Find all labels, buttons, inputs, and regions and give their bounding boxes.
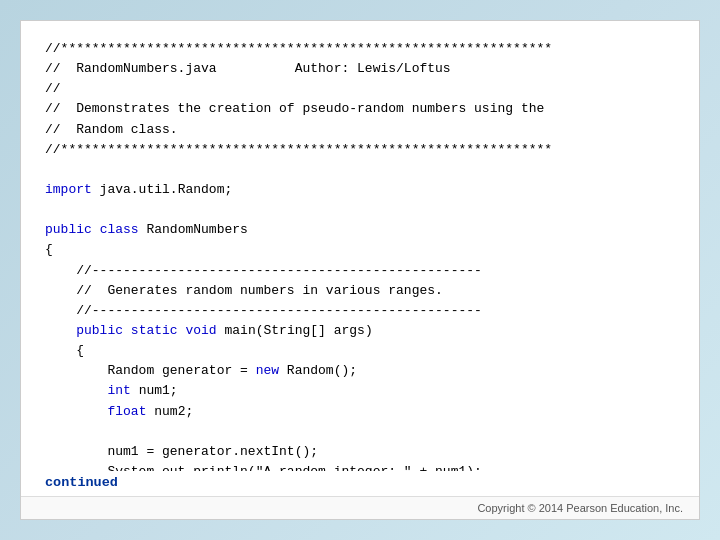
code-line-17: Random generator = new Random(); (45, 361, 675, 381)
code-line-6: //**************************************… (45, 140, 675, 160)
code-line-2: // RandomNumbers.java Author: Lewis/Loft… (45, 59, 675, 79)
code-line-11: { (45, 240, 675, 260)
code-line-14: //--------------------------------------… (45, 301, 675, 321)
code-line-7 (45, 160, 675, 180)
code-line-22: System.out.println("A random integer: " … (45, 462, 675, 471)
code-line-15: public static void main(String[] args) (45, 321, 675, 341)
code-line-12: //--------------------------------------… (45, 261, 675, 281)
code-line-13: // Generates random numbers in various r… (45, 281, 675, 301)
code-line-10: public class RandomNumbers (45, 220, 675, 240)
code-line-1: //**************************************… (45, 39, 675, 59)
code-line-4: // Demonstrates the creation of pseudo-r… (45, 99, 675, 119)
code-line-3: // (45, 79, 675, 99)
slide: //**************************************… (20, 20, 700, 520)
code-line-18: int num1; (45, 381, 675, 401)
code-line-8: import java.util.Random; (45, 180, 675, 200)
code-line-9 (45, 200, 675, 220)
footer: Copyright © 2014 Pearson Education, Inc. (21, 496, 699, 519)
code-line-19: float num2; (45, 402, 675, 422)
code-line-16: { (45, 341, 675, 361)
code-line-21: num1 = generator.nextInt(); (45, 442, 675, 462)
code-area: //**************************************… (21, 21, 699, 471)
code-line-20 (45, 422, 675, 442)
code-line-5: // Random class. (45, 120, 675, 140)
continued-label: continued (21, 471, 699, 496)
